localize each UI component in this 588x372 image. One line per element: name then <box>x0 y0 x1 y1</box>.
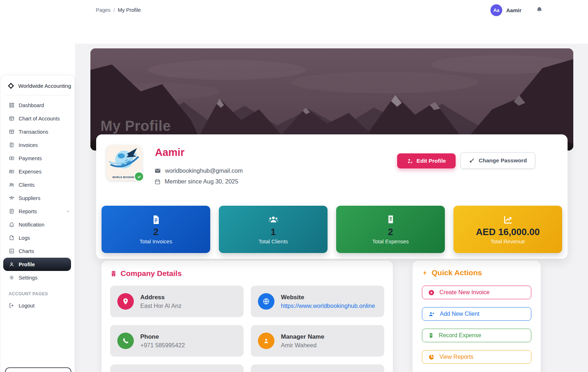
chevron-down-icon <box>66 209 70 214</box>
sidebar-item-label: Transactions <box>19 129 48 135</box>
sidebar-item-label: Profile <box>19 262 35 267</box>
sidebar-item-label: Dashboard <box>19 102 44 108</box>
detail-label: Manager Name <box>281 333 324 340</box>
sidebar-item-label: Invoices <box>19 142 38 148</box>
reports-document-icon <box>9 208 15 214</box>
user-name: Aamir <box>506 7 522 13</box>
breadcrumb-root[interactable]: Pages <box>96 7 110 13</box>
sidebar-item-logs[interactable]: Logs <box>0 231 75 244</box>
payments-cash-icon <box>9 155 15 161</box>
chart-line-icon <box>503 214 513 225</box>
profile-summary-card: WORLD BOOKING Aamir worldbookinghub@gmai… <box>96 134 568 259</box>
sidebar-item-notification[interactable]: Notification <box>0 218 75 231</box>
detail-label: Phone <box>140 333 185 340</box>
sidebar-item-chart-of-accounts[interactable]: Chart of Accounts <box>0 112 75 125</box>
globe-plane-logo-icon <box>108 146 141 173</box>
view-reports-button[interactable]: View Reports <box>422 350 531 364</box>
sidebar-item-label: Reports <box>19 209 37 214</box>
brand-name: Worldwide Accounting <box>18 83 71 89</box>
stats-row: 2 Total Invoices 1 Total Clients 2 Total… <box>102 206 562 253</box>
sidebar: Worldwide Accounting Dashboard Chart of … <box>0 75 75 372</box>
breadcrumb-current[interactable]: My Profile <box>118 7 141 13</box>
stat-value: 2 <box>153 227 158 237</box>
stat-value: 2 <box>388 227 393 237</box>
sidebar-item-expenses[interactable]: Expenses <box>0 165 75 178</box>
detail-label: Website <box>281 294 375 301</box>
notifications-bell-icon[interactable] <box>536 6 543 14</box>
sidebar-item-charts[interactable]: Charts <box>0 244 75 258</box>
website-link[interactable]: https://www.worldbookinghub.online <box>281 302 375 309</box>
users-icon <box>268 214 279 225</box>
profile-member-since: Member since Aug 30, 2025 <box>165 178 238 185</box>
calendar-icon <box>154 178 161 185</box>
sidebar-item-invoices[interactable]: Invoices <box>0 138 75 152</box>
sidebar-item-profile[interactable]: Profile <box>3 258 71 271</box>
detail-item-cutoff <box>110 364 244 372</box>
detail-label: Address <box>140 294 182 301</box>
gear-icon <box>9 275 15 281</box>
expenses-cash-icon <box>9 168 15 175</box>
sidebar-item-label: Expenses <box>19 169 42 175</box>
sidebar-item-label: Charts <box>19 248 34 254</box>
change-password-label: Change Password <box>479 157 527 164</box>
profile-name: Aamir <box>155 147 184 158</box>
user-plus-icon <box>428 311 435 318</box>
key-icon <box>469 157 475 164</box>
brand-logo-icon <box>7 82 15 90</box>
invoice-file-icon <box>151 214 161 225</box>
person-icon <box>9 261 15 267</box>
sidebar-divider <box>5 95 70 95</box>
sidebar-item-transactions[interactable]: Transactions <box>0 125 75 138</box>
company-details-grid: Address East Hor Al Anz Website https://… <box>102 278 393 372</box>
sidebar-item-suppliers[interactable]: Suppliers <box>0 191 75 205</box>
action-label: Create New Invoice <box>439 289 490 296</box>
sidebar-bottom-card <box>5 367 71 372</box>
detail-item-cutoff <box>251 364 384 372</box>
plus-circle-icon <box>428 289 435 296</box>
edit-profile-button[interactable]: Edit Profile <box>397 153 456 168</box>
dashboard-grid-icon <box>9 102 15 108</box>
sidebar-item-dashboard[interactable]: Dashboard <box>0 99 75 112</box>
brand: Worldwide Accounting <box>0 75 75 94</box>
sidebar-section-label: ACCOUNT PAGES <box>0 284 75 299</box>
location-pin-icon <box>117 293 134 310</box>
company-details-header: Company Details <box>102 261 393 278</box>
sidebar-item-reports[interactable]: Reports <box>0 205 75 218</box>
sidebar-item-label: Chart of Accounts <box>19 116 60 121</box>
envelope-icon <box>154 168 161 174</box>
sidebar-item-payments[interactable]: Payments <box>0 152 75 165</box>
quick-actions-card: Quick Actions Create New Invoice Add New… <box>413 261 541 372</box>
detail-value: East Hor Al Anz <box>140 302 182 309</box>
user-edit-icon <box>407 158 413 164</box>
quick-actions-header: Quick Actions <box>413 261 541 277</box>
invoice-document-icon <box>9 142 15 148</box>
stat-card-total-clients: 1 Total Clients <box>219 206 328 253</box>
sidebar-item-logout[interactable]: Logout <box>0 299 75 312</box>
create-new-invoice-button[interactable]: Create New Invoice <box>422 286 531 299</box>
stat-value: 1 <box>271 227 276 237</box>
action-label: Add New Client <box>440 311 479 317</box>
sidebar-item-settings[interactable]: Settings <box>0 271 75 284</box>
user-menu[interactable]: Aa Aamir <box>490 4 522 16</box>
avatar[interactable]: Aa <box>490 4 502 16</box>
globe-icon <box>258 293 274 310</box>
change-password-button[interactable]: Change Password <box>460 152 535 169</box>
stat-card-total-expenses: 2 Total Expenses <box>336 206 445 253</box>
edit-profile-label: Edit Profile <box>417 158 446 164</box>
stat-card-total-invoices: 2 Total Invoices <box>102 206 210 253</box>
record-expense-button[interactable]: Record Expense <box>422 329 531 342</box>
transactions-table-icon <box>9 129 15 135</box>
quick-actions-title: Quick Actions <box>432 268 482 277</box>
sidebar-item-label: Clients <box>19 182 34 188</box>
building-icon <box>110 270 117 277</box>
action-label: View Reports <box>439 354 474 360</box>
stat-value: AED 16,000.00 <box>476 227 540 237</box>
quick-actions-list: Create New Invoice Add New Client Record… <box>413 277 541 364</box>
profile-member-since-row: Member since Aug 30, 2025 <box>154 178 238 185</box>
sidebar-item-clients[interactable]: Clients <box>0 178 75 191</box>
detail-address: Address East Hor Al Anz <box>110 286 244 317</box>
add-new-client-button[interactable]: Add New Client <box>422 307 531 321</box>
sidebar-item-label: Payments <box>19 156 42 161</box>
manager-person-icon <box>258 333 274 349</box>
verified-check-icon <box>134 172 144 181</box>
